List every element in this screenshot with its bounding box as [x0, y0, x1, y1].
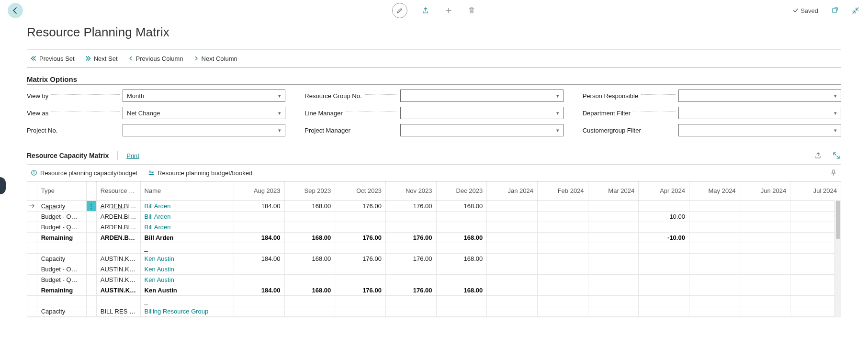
next-column-button[interactable]: Next Column — [194, 55, 237, 62]
cell-value[interactable] — [689, 232, 740, 243]
col-header-month[interactable]: Jun 2024 — [740, 181, 790, 201]
cell-value[interactable] — [740, 264, 790, 274]
cell-value[interactable] — [385, 211, 436, 222]
cell-value[interactable]: -10.00 — [639, 232, 689, 243]
cell-value[interactable] — [284, 264, 335, 274]
cell-value[interactable] — [537, 222, 588, 232]
col-header-selector[interactable] — [27, 181, 37, 201]
department-filter-select[interactable]: ▾ — [678, 107, 841, 119]
cell-value[interactable]: 168.00 — [284, 232, 335, 243]
maximize-sub-button[interactable] — [832, 151, 841, 160]
cell-value[interactable] — [740, 295, 790, 306]
cell-value[interactable]: 176.00 — [385, 285, 436, 295]
row-selector[interactable] — [27, 201, 37, 211]
cell-value[interactable] — [639, 201, 689, 211]
cell-value[interactable]: 176.00 — [385, 232, 436, 243]
row-more-actions[interactable]: ⋮ — [87, 201, 97, 211]
cell-value[interactable] — [537, 232, 588, 243]
cell-type[interactable] — [37, 295, 86, 306]
cell-value[interactable] — [234, 211, 284, 222]
cell-value[interactable] — [689, 243, 740, 253]
cell-resource-no[interactable]: AUSTIN.KEN — [96, 264, 140, 274]
cell-value[interactable] — [234, 306, 284, 316]
cell-value[interactable] — [385, 295, 436, 306]
cell-value[interactable] — [284, 306, 335, 316]
row-selector[interactable] — [27, 274, 37, 285]
previous-column-button[interactable]: Previous Column — [128, 55, 183, 62]
cell-value[interactable] — [740, 253, 790, 264]
cell-value[interactable] — [385, 243, 436, 253]
col-header-resource-no[interactable]: Resource No. — [96, 181, 140, 201]
cell-value[interactable] — [537, 211, 588, 222]
cell-value[interactable] — [689, 264, 740, 274]
cell-resource-no[interactable] — [96, 243, 140, 253]
cell-value[interactable] — [284, 295, 335, 306]
row-more-actions[interactable] — [87, 243, 97, 253]
cell-value[interactable] — [234, 243, 284, 253]
cell-value[interactable] — [790, 243, 841, 253]
cell-value[interactable] — [234, 295, 284, 306]
row-more-actions[interactable] — [87, 295, 97, 306]
cell-value[interactable] — [436, 243, 487, 253]
col-header-month[interactable]: Jul 2024 — [790, 181, 841, 201]
cell-name[interactable]: _ — [140, 243, 234, 253]
row-more-actions[interactable] — [87, 264, 97, 274]
cell-value[interactable]: 176.00 — [385, 253, 436, 264]
line-manager-select[interactable]: ▾ — [400, 107, 563, 119]
row-more-actions[interactable] — [87, 274, 97, 285]
cell-value[interactable] — [588, 295, 639, 306]
row-selector[interactable] — [27, 264, 37, 274]
cell-value[interactable]: 176.00 — [335, 232, 386, 243]
cell-value[interactable] — [689, 295, 740, 306]
col-header-actions[interactable] — [87, 181, 97, 201]
cell-value[interactable] — [335, 306, 386, 316]
cell-value[interactable] — [740, 274, 790, 285]
collapse-button[interactable] — [851, 6, 860, 15]
cell-value[interactable] — [537, 253, 588, 264]
cell-type[interactable]: Capacity — [37, 306, 86, 316]
capacity-budget-button[interactable]: Resource planning capacity/budget — [31, 169, 137, 177]
cell-value[interactable] — [487, 232, 538, 243]
cell-resource-no[interactable]: ARDEN.BILL — [96, 222, 140, 232]
cell-value[interactable] — [639, 285, 689, 295]
cell-value[interactable] — [639, 222, 689, 232]
cell-value[interactable] — [284, 211, 335, 222]
col-header-month[interactable]: Nov 2023 — [385, 181, 436, 201]
person-responsible-select[interactable]: ▾ — [678, 90, 841, 102]
cell-value[interactable] — [588, 253, 639, 264]
cell-value[interactable]: 176.00 — [335, 201, 386, 211]
cell-value[interactable] — [537, 201, 588, 211]
cell-type[interactable]: Capacity — [37, 253, 86, 264]
col-header-month[interactable]: Mar 2024 — [588, 181, 639, 201]
cell-value[interactable]: 168.00 — [284, 253, 335, 264]
row-selector[interactable] — [27, 295, 37, 306]
view-as-select[interactable]: Net Change▾ — [123, 107, 285, 119]
cell-value[interactable] — [537, 264, 588, 274]
row-more-actions[interactable] — [87, 211, 97, 222]
cell-value[interactable] — [639, 306, 689, 316]
share-button[interactable] — [421, 6, 430, 15]
cell-resource-no[interactable]: BILL RES GR… — [96, 306, 140, 316]
row-selector[interactable] — [27, 306, 37, 316]
cell-value[interactable] — [436, 295, 487, 306]
cell-value[interactable] — [537, 274, 588, 285]
cell-value[interactable] — [639, 253, 689, 264]
cell-value[interactable] — [487, 285, 538, 295]
cell-value[interactable] — [588, 264, 639, 274]
cell-value[interactable] — [588, 274, 639, 285]
table-row[interactable]: _ — [27, 243, 841, 253]
cell-value[interactable] — [639, 295, 689, 306]
cell-value[interactable] — [689, 201, 740, 211]
cell-value[interactable]: 168.00 — [436, 232, 487, 243]
open-new-window-button[interactable] — [830, 6, 839, 15]
cell-value[interactable]: 184.00 — [234, 232, 284, 243]
cell-value[interactable] — [588, 306, 639, 316]
cell-name[interactable]: Bill Arden — [140, 232, 234, 243]
cell-resource-no[interactable]: ARDEN.BILL — [96, 232, 140, 243]
cell-value[interactable] — [487, 211, 538, 222]
cell-value[interactable] — [689, 274, 740, 285]
cell-value[interactable] — [740, 201, 790, 211]
cell-value[interactable]: 10.00 — [639, 211, 689, 222]
cell-value[interactable] — [385, 222, 436, 232]
cell-resource-no[interactable]: ARDEN.BILL — [96, 201, 140, 211]
